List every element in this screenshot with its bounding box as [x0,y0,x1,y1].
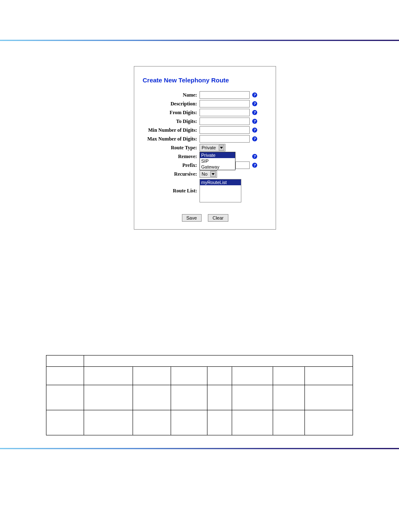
list-item[interactable]: myRouteList [200,179,241,185]
help-icon[interactable]: ? [252,110,257,115]
row-to-digits: To Digits: ? [143,118,267,125]
help-icon[interactable]: ? [252,154,257,159]
row-min-digits: Min Number of Digits: ? [143,126,267,134]
label-min-digits: Min Number of Digits: [143,126,200,133]
help-icon[interactable]: ? [252,163,257,168]
max-digits-input[interactable] [200,135,250,143]
clear-button[interactable]: Clear [208,214,228,222]
route-type-selected: Private [202,145,216,150]
row-recursive: Recursive: No [143,170,267,178]
help-icon[interactable]: ? [252,119,257,124]
row-name: Name: ? [143,91,267,99]
svg-marker-0 [220,147,223,149]
label-from-digits: From Digits: [143,109,200,116]
row-max-digits: Max Number of Digits: ? [143,135,267,143]
chevron-down-icon [210,171,216,177]
help-icon[interactable]: ? [252,92,257,97]
row-route-list: Route List: myRouteList [143,179,267,202]
chevron-down-icon [219,145,224,151]
table-header-group-row: Telephony Route Properties [46,356,353,367]
label-max-digits: Max Number of Digits: [143,135,200,142]
row-remove: Remove: ? Private SIP Gateway [143,153,267,160]
dropdown-option-private[interactable]: Private [200,152,235,158]
name-input[interactable] [200,91,250,99]
routes-table: Telephony Route Properties Name From dig… [46,355,353,435]
button-row: Save Clear [143,214,267,222]
route-type-dropdown[interactable]: Private SIP Gateway [200,152,235,170]
help-icon[interactable]: ? [252,101,257,106]
table-row: Route 1 Private 1 0 9 4 4 0 6 [46,385,353,410]
svg-marker-1 [212,173,215,175]
label-route-type: Route Type: [143,144,200,151]
route-list-listbox[interactable]: myRouteList [200,179,241,202]
prefix-input[interactable] [235,161,250,169]
dropdown-option-sip[interactable]: SIP [200,158,235,164]
create-route-panel: Create New Telephony Route Name: ? Descr… [134,66,276,230]
label-to-digits: To Digits: [143,118,200,125]
from-digits-input[interactable] [200,109,250,116]
row-from-digits: From Digits: ? [143,109,267,116]
recursive-select[interactable]: No [200,170,217,178]
min-digits-input[interactable] [200,126,250,134]
label-name: Name: [143,91,200,98]
recursive-selected: No [202,171,207,176]
table-row: Route 2 Private 2 600000 629999 6 6 0 0 [46,410,353,435]
label-recursive: Recursive: [143,170,200,177]
help-icon[interactable]: ? [252,128,257,133]
help-icon[interactable]: ? [252,136,257,141]
route-type-select[interactable]: Private [200,144,225,151]
dropdown-option-gateway[interactable]: Gateway [200,164,235,170]
description-input[interactable] [200,100,250,107]
to-digits-input[interactable] [200,118,250,125]
label-route-list: Route List: [143,188,200,194]
label-description: Description: [143,100,200,107]
label-prefix: Prefix: [143,161,200,169]
bottom-rule [0,448,399,449]
table-header-row: Name From digit To digit Min Max Remove … [46,367,353,385]
save-button[interactable]: Save [182,214,202,222]
th-blank [46,356,84,367]
row-route-type: Route Type: Private [143,144,267,151]
top-rule [0,40,399,41]
row-description: Description: ? [143,100,267,107]
label-remove: Remove: [143,153,200,160]
panel-title: Create New Telephony Route [143,77,267,84]
